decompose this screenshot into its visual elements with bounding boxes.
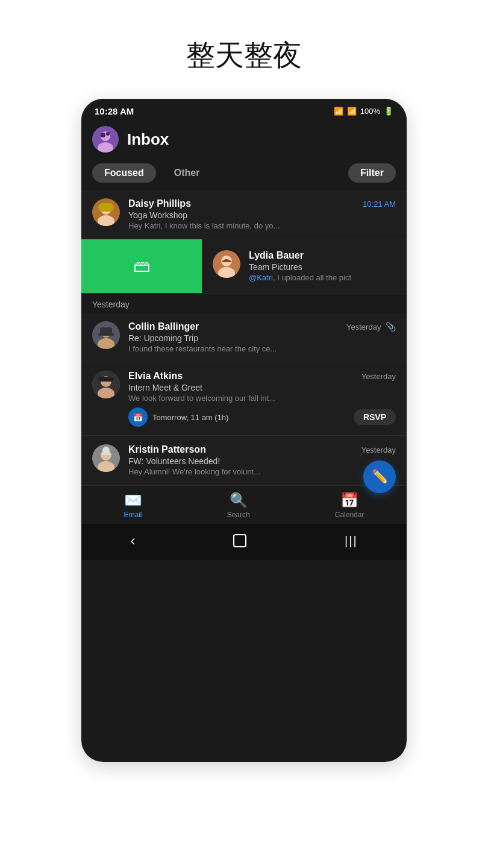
search-nav-label: Search: [227, 511, 250, 519]
search-nav-icon: 🔍: [230, 492, 248, 509]
time-collin: Yesterday 📎: [346, 322, 396, 332]
calendar-nav-icon: 📅: [340, 492, 358, 509]
avatar-daisy: [92, 198, 120, 226]
tab-other[interactable]: Other: [162, 163, 212, 183]
sender-lydia: Lydia Bauer: [249, 250, 304, 261]
inbox-header: Inbox: [81, 120, 407, 161]
rsvp-time-text: Tomorrow, 11 am (1h): [152, 413, 228, 422]
rsvp-button[interactable]: RSVP: [354, 409, 396, 425]
lydia-content-wrap: Lydia Bauer Team Pictures @Katri, I uplo…: [202, 242, 407, 291]
inbox-title: Inbox: [127, 130, 169, 149]
email-content-elvia: Elvia Atkins Yesterday Intern Meet & Gre…: [128, 371, 396, 403]
archive-icon: 🗃: [133, 256, 150, 276]
back-button[interactable]: ‹: [130, 532, 135, 549]
avatar-lydia: [213, 250, 240, 278]
compose-icon: ✏️: [372, 469, 388, 485]
rsvp-row: 📅 Tomorrow, 11 am (1h) RSVP: [92, 407, 396, 427]
time-daisy: 10:21 AM: [363, 200, 396, 209]
email-top-daisy: Daisy Phillips 10:21 AM: [128, 198, 396, 209]
page-title: 整天整夜: [186, 36, 302, 75]
filter-button[interactable]: Filter: [348, 163, 396, 183]
sender-elvia: Elvia Atkins: [128, 371, 183, 382]
email-top-lydia: Lydia Bauer: [249, 250, 396, 261]
subject-elvia: Intern Meet & Greet: [128, 383, 396, 392]
subject-collin: Re: Upcoming Trip: [128, 333, 396, 343]
email-top-kristin: Kristin Patterson Yesterday: [128, 444, 396, 455]
preview-daisy: Hey Katri, I know this is last minute, d…: [128, 221, 297, 230]
system-nav: ‹ |||: [81, 524, 407, 560]
home-button[interactable]: [233, 534, 246, 547]
recents-button[interactable]: |||: [345, 534, 358, 548]
tab-focused[interactable]: Focused: [92, 163, 156, 183]
email-content-lydia: Lydia Bauer Team Pictures @Katri, I uplo…: [249, 250, 396, 282]
compose-fab[interactable]: ✏️: [363, 461, 396, 493]
attachment-icon: 📎: [386, 322, 396, 332]
wifi-icon: 📶: [334, 107, 343, 116]
email-top-collin: Collin Ballinger Yesterday 📎: [128, 321, 396, 332]
email-item-kristin[interactable]: Kristin Patterson Yesterday FW: Voluntee…: [81, 436, 407, 485]
email-nav-label: Email: [124, 511, 142, 519]
rsvp-calendar-icon: 📅: [128, 407, 148, 427]
svg-point-4: [106, 132, 110, 136]
email-item-elvia[interactable]: Elvia Atkins Yesterday Intern Meet & Gre…: [81, 362, 407, 436]
avatar-kristin: [92, 444, 120, 472]
nav-search[interactable]: 🔍 Search: [227, 492, 250, 519]
time-kristin: Yesterday: [361, 445, 396, 454]
nav-calendar[interactable]: 📅 Calendar: [335, 492, 364, 519]
email-item-daisy[interactable]: Daisy Phillips 10:21 AM Yoga Workshop He…: [81, 190, 407, 239]
battery-icon: 🔋: [384, 107, 393, 116]
sender-collin: Collin Ballinger: [128, 321, 199, 332]
svg-rect-16: [98, 333, 114, 336]
subject-lydia: Team Pictures: [249, 262, 396, 272]
phone-frame: 10:28 AM 📶 📶 100% 🔋 Inbox Focused Other …: [81, 99, 407, 762]
status-icons: 📶 📶 100% 🔋: [334, 107, 393, 116]
calendar-nav-label: Calendar: [335, 511, 364, 519]
signal-icon: 📶: [347, 107, 357, 116]
email-content-kristin: Kristin Patterson Yesterday FW: Voluntee…: [128, 444, 396, 476]
email-item-collin[interactable]: Collin Ballinger Yesterday 📎 Re: Upcomin…: [81, 313, 407, 362]
preview-collin: I found these restaurants near the city …: [128, 344, 297, 353]
subject-kristin: FW: Volunteers Needed!: [128, 456, 396, 466]
email-list-wrap: Daisy Phillips 10:21 AM Yoga Workshop He…: [81, 190, 407, 485]
email-content-daisy: Daisy Phillips 10:21 AM Yoga Workshop He…: [128, 198, 396, 230]
mention-katri: @Katri: [249, 273, 273, 282]
avatar-collin: [92, 321, 120, 349]
swipe-archive-action: 🗃: [81, 239, 202, 293]
nav-email[interactable]: ✉️ Email: [124, 492, 142, 519]
avatar[interactable]: [92, 126, 119, 153]
subject-daisy: Yoga Workshop: [128, 210, 396, 220]
battery-text: 100%: [360, 107, 380, 116]
tab-row: Focused Other Filter: [81, 161, 407, 190]
svg-point-24: [102, 447, 110, 454]
time-elvia: Yesterday: [361, 372, 396, 381]
email-content-collin: Collin Ballinger Yesterday 📎 Re: Upcomin…: [128, 321, 396, 353]
status-bar: 10:28 AM 📶 📶 100% 🔋: [81, 99, 407, 120]
avatar-elvia: [92, 371, 120, 398]
section-yesterday: Yesterday: [81, 294, 407, 313]
calendar-small-icon: 📅: [133, 413, 143, 422]
bottom-nav: ✉️ Email 🔍 Search 📅 Calendar: [81, 485, 407, 524]
svg-point-3: [101, 133, 105, 137]
email-list: Daisy Phillips 10:21 AM Yoga Workshop He…: [81, 190, 407, 485]
svg-rect-20: [98, 377, 114, 382]
email-item-lydia[interactable]: 🗃 Lydia Bauer: [81, 239, 407, 294]
status-time: 10:28 AM: [95, 106, 134, 116]
email-top-elvia: Elvia Atkins Yesterday: [128, 371, 396, 382]
preview-lydia: @Katri, I uploaded all the pict: [249, 273, 396, 282]
sender-daisy: Daisy Phillips: [128, 198, 191, 209]
email-nav-icon: ✉️: [124, 492, 142, 509]
svg-rect-8: [98, 203, 114, 212]
preview-kristin: Hey Alumni! We're looking for volunt...: [128, 467, 297, 476]
sender-kristin: Kristin Patterson: [128, 444, 206, 455]
preview-elvia: We look forward to welcoming our fall in…: [128, 394, 297, 403]
